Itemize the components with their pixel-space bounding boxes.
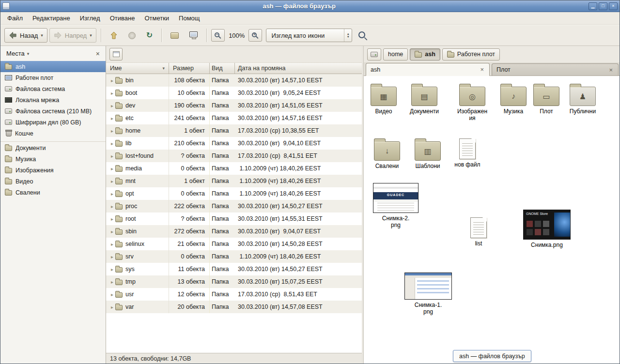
titlebar[interactable]: ash — файлов браузър ▁ □ × <box>0 0 620 12</box>
back-dropdown-icon[interactable]: ▾ <box>41 33 43 38</box>
file-row[interactable]: ▸ root ? обекта Папка 30.03.2010 (вт) 14… <box>106 212 362 225</box>
breadcrumb-desktop-button[interactable]: Работен плот <box>442 48 500 61</box>
menu-item[interactable]: Редактиране <box>28 12 75 24</box>
file-icon-item[interactable]: GNOME Store Снимка.png <box>521 210 573 248</box>
sidebar-item[interactable]: Документи <box>0 141 106 153</box>
back-button[interactable]: Назад ▾ <box>4 28 47 43</box>
expander-icon[interactable]: ▸ <box>109 78 115 83</box>
file-row[interactable]: ▸ media 0 обекта Папка 1.10.2009 (чт) 18… <box>106 162 362 175</box>
sidebar-item[interactable]: Музика <box>0 153 106 165</box>
up-button[interactable] <box>106 28 122 43</box>
computer-button[interactable] <box>185 28 202 43</box>
sidebar-item[interactable]: Файлова система <box>0 83 106 94</box>
file-icon-item[interactable]: ↓ Свалени <box>369 137 405 169</box>
forward-dropdown-icon[interactable]: ▾ <box>90 33 92 38</box>
breadcrumb-root-button[interactable] <box>367 48 381 61</box>
sidebar-item[interactable]: Кошче <box>0 128 106 139</box>
expander-icon[interactable]: ▸ <box>109 229 115 234</box>
column-header-name[interactable]: Име ▾ <box>106 63 169 74</box>
tab-close-icon[interactable]: × <box>608 67 614 73</box>
file-icon-item[interactable]: ▭ Плот <box>529 82 564 115</box>
expander-icon[interactable]: ▸ <box>109 179 115 184</box>
column-header-date[interactable]: Дата на промяна <box>235 63 362 74</box>
menu-item[interactable]: Изглед <box>75 12 105 24</box>
sidebar-item[interactable]: Видео <box>0 176 106 187</box>
file-row[interactable]: ▸ selinux 21 обекта Папка 30.03.2010 (вт… <box>106 238 362 250</box>
expander-icon[interactable]: ▸ <box>109 279 115 285</box>
file-row[interactable]: ▸ srv 0 обекта Папка 1.10.2009 (чт) 18,4… <box>106 250 362 263</box>
file-row[interactable]: ▸ usr 12 обекта Папка 17.03.2010 (ср) 8,… <box>106 288 362 301</box>
zoom-out-button[interactable]: − <box>211 29 225 42</box>
expander-icon[interactable]: ▸ <box>109 91 115 96</box>
expander-icon[interactable]: ▸ <box>109 267 115 272</box>
file-icon-item[interactable]: нов файл <box>451 137 484 168</box>
sidebar-item[interactable]: Работен плот <box>0 72 106 83</box>
close-button[interactable]: × <box>609 2 618 10</box>
expander-icon[interactable]: ▸ <box>109 242 115 247</box>
sidebar-item[interactable]: Изображения <box>0 165 106 176</box>
file-row[interactable]: ▸ boot 10 обекта Папка 30.03.2010 (вт) 9… <box>106 87 362 99</box>
file-row[interactable]: ▸ home 1 обект Папка 17.03.2010 (ср) 10,… <box>106 124 362 137</box>
file-icon-item[interactable]: Снимка-1. png <box>402 273 454 316</box>
expander-icon[interactable]: ▸ <box>109 191 115 197</box>
tab-ash[interactable]: ash × <box>366 63 490 76</box>
forward-button[interactable]: Напред ▾ <box>49 28 96 43</box>
pane-location-toggle-button[interactable] <box>109 48 123 61</box>
stop-button[interactable] <box>124 28 140 43</box>
expander-icon[interactable]: ▸ <box>109 216 115 222</box>
file-row[interactable]: ▸ sbin 272 обекта Папка 30.03.2010 (вт) … <box>106 225 362 238</box>
zoom-in-button[interactable]: + <box>248 29 262 42</box>
expander-icon[interactable]: ▸ <box>109 304 115 310</box>
sidebar-item[interactable]: Локална мрежа <box>0 94 106 106</box>
expander-icon[interactable]: ▸ <box>109 103 115 108</box>
maximize-button[interactable]: □ <box>599 2 607 10</box>
search-button[interactable] <box>354 28 372 43</box>
file-row[interactable]: ▸ mnt 1 обект Папка 1.10.2009 (чт) 18,40… <box>106 175 362 187</box>
file-icon-item[interactable]: ▥ Шаблони <box>409 137 446 169</box>
file-row[interactable]: ▸ dev 190 обекта Папка 30.03.2010 (вт) 1… <box>106 99 362 112</box>
view-mode-select[interactable]: Изглед като икони ▴ ▾ <box>266 29 352 42</box>
expander-icon[interactable]: ▸ <box>109 166 115 171</box>
sidebar-item[interactable]: ash <box>0 61 106 72</box>
menu-item[interactable]: Файл <box>2 12 28 24</box>
menu-item[interactable]: Отметки <box>140 12 174 24</box>
expander-icon[interactable]: ▸ <box>109 153 115 159</box>
places-selector[interactable]: Места ▾ <box>4 49 31 58</box>
expander-icon[interactable]: ▸ <box>109 128 115 134</box>
sidebar-item[interactable]: Свалени <box>0 187 106 198</box>
file-icon-item[interactable]: ◎ Изображен ия <box>453 82 492 122</box>
menu-item[interactable]: Помощ <box>174 12 204 24</box>
breadcrumb-ash-button[interactable]: ash <box>410 48 440 61</box>
sidebar-close-button[interactable]: × <box>94 50 102 58</box>
taskbar-window-button[interactable]: ash — файлов браузър <box>453 350 531 362</box>
file-icon-item[interactable]: ▤ Документи <box>406 82 443 115</box>
file-icon-item[interactable]: ♟ Публични <box>564 82 601 115</box>
expander-icon[interactable]: ▸ <box>109 204 115 209</box>
menu-item[interactable]: Отиване <box>105 12 140 24</box>
column-header-type[interactable]: Вид <box>210 63 235 74</box>
expander-icon[interactable]: ▸ <box>109 141 115 146</box>
window-menu-icon[interactable] <box>2 2 10 10</box>
file-row[interactable]: ▸ lib 210 обекта Папка 30.03.2010 (вт) 9… <box>106 137 362 150</box>
expander-icon[interactable]: ▸ <box>109 254 115 259</box>
file-row[interactable]: ▸ sys 11 обекта Папка 30.03.2010 (вт) 14… <box>106 263 362 275</box>
minimize-button[interactable]: ▁ <box>589 2 597 10</box>
file-row[interactable]: ▸ lost+found ? обекта Папка 17.03.2010 (… <box>106 150 362 162</box>
breadcrumb-home-button[interactable]: home <box>383 48 408 61</box>
file-row[interactable]: ▸ var 20 обекта Папка 30.03.2010 (вт) 14… <box>106 301 362 313</box>
file-icon-item[interactable]: list <box>462 216 495 247</box>
file-icon-item[interactable]: GUADEC Снимка-2. png <box>372 183 420 229</box>
expander-icon[interactable]: ▸ <box>109 116 115 121</box>
file-icon-item[interactable]: ♪ Музика <box>495 82 532 115</box>
sidebar-item[interactable]: Шифриран дял (80 GB) <box>0 117 106 128</box>
file-icon-item[interactable]: ▦ Видео <box>365 82 402 115</box>
file-row[interactable]: ▸ proc 222 обекта Папка 30.03.2010 (вт) … <box>106 200 362 212</box>
expander-icon[interactable]: ▸ <box>109 292 115 297</box>
file-row[interactable]: ▸ bin 108 обекта Папка 30.03.2010 (вт) 1… <box>106 74 362 87</box>
file-row[interactable]: ▸ tmp 13 обекта Папка 30.03.2010 (вт) 15… <box>106 275 362 288</box>
file-row[interactable]: ▸ etc 241 обекта Папка 30.03.2010 (вт) 1… <box>106 112 362 124</box>
home-button[interactable] <box>166 28 183 43</box>
tab-close-icon[interactable]: × <box>479 66 485 73</box>
reload-button[interactable]: ↻ <box>142 28 157 43</box>
combo-spinner-icon[interactable]: ▴ ▾ <box>344 29 352 42</box>
